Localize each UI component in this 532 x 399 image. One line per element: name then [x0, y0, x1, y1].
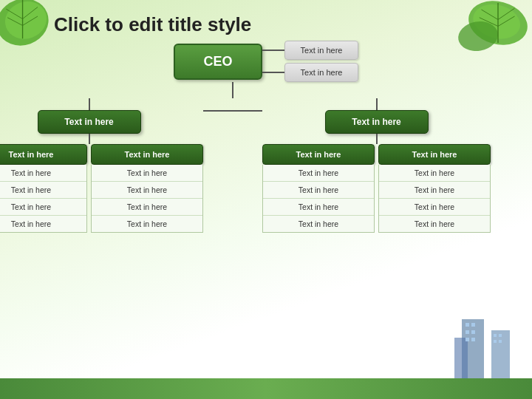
col1-item-1: Text in here: [0, 165, 86, 182]
col3-header[interactable]: Text in here: [262, 144, 375, 165]
level2-right[interactable]: Text in here: [325, 110, 429, 134]
col3-item-4: Text in here: [263, 216, 374, 232]
col1-header[interactable]: Text in here: [0, 144, 87, 165]
col1-item-3: Text in here: [0, 199, 86, 216]
col2-header[interactable]: Text in here: [91, 144, 203, 165]
side-node-2[interactable]: Text in here: [284, 63, 358, 82]
column-4: Text in here Text in here Text in here T…: [378, 144, 491, 233]
side-node-1[interactable]: Text in here: [284, 41, 358, 60]
col3-items: Text in here Text in here Text in here T…: [262, 165, 375, 233]
col2-item-3: Text in here: [92, 199, 202, 216]
ceo-box[interactable]: CEO: [174, 44, 262, 80]
col4-item-2: Text in here: [379, 182, 490, 199]
col4-item-1: Text in here: [379, 165, 490, 182]
level2-left[interactable]: Text in here: [38, 110, 141, 134]
col2-items: Text in here Text in here Text in here T…: [91, 165, 203, 233]
column-3: Text in here Text in here Text in here T…: [262, 144, 375, 233]
col3-item-3: Text in here: [263, 199, 374, 216]
col1-item-4: Text in here: [0, 216, 86, 232]
col3-item-1: Text in here: [263, 165, 374, 182]
main-content: Click to edit title style CEO Text in he…: [0, 0, 532, 399]
col2-item-2: Text in here: [92, 182, 202, 199]
org-chart: CEO Text in here Text in here: [15, 41, 517, 233]
col4-item-4: Text in here: [379, 216, 490, 232]
page-title[interactable]: Click to edit title style: [54, 13, 519, 36]
col2-item-1: Text in here: [92, 165, 202, 182]
col4-items: Text in here Text in here Text in here T…: [378, 165, 491, 233]
column-2: Text in here Text in here Text in here T…: [91, 144, 203, 233]
col1-items: Text in here Text in here Text in here T…: [0, 165, 87, 233]
col1-item-2: Text in here: [0, 182, 86, 199]
col4-item-3: Text in here: [379, 199, 490, 216]
col3-item-2: Text in here: [263, 182, 374, 199]
column-1: Text in here Text in here Text in here T…: [0, 144, 87, 233]
col2-item-4: Text in here: [92, 216, 202, 232]
col4-header[interactable]: Text in here: [378, 144, 491, 165]
